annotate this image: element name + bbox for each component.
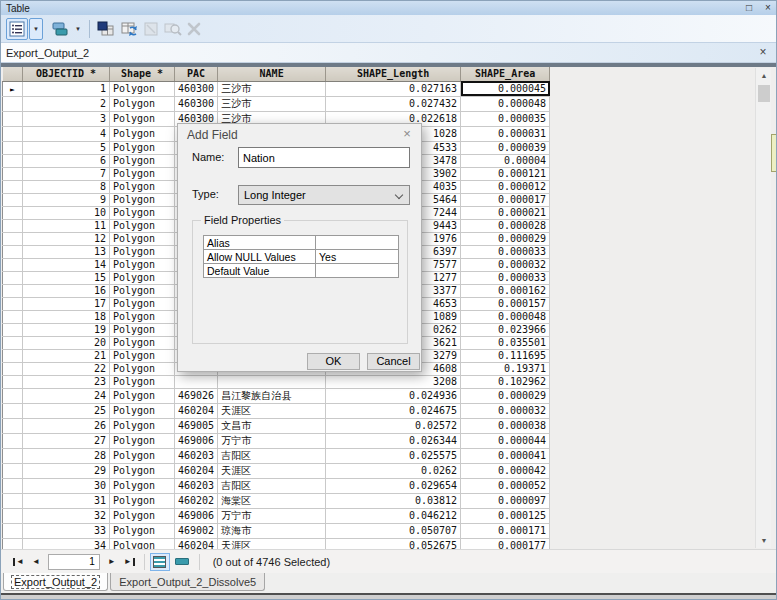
zoom-to-selected-icon[interactable] (162, 18, 184, 40)
cell-shape[interactable]: Polygon (110, 141, 175, 154)
cell-shape-area[interactable]: 0.000097 (461, 493, 550, 508)
current-record-input[interactable] (48, 554, 100, 570)
row-selector[interactable] (3, 258, 23, 271)
cell-shape[interactable]: Polygon (110, 508, 175, 523)
scrollbar-thumb[interactable] (758, 85, 770, 102)
clear-selection-icon[interactable] (141, 18, 161, 40)
cell-shape[interactable]: Polygon (110, 349, 175, 362)
cell-objectid[interactable]: 20 (23, 336, 110, 349)
related-tables-dropdown-icon[interactable]: ▼ (72, 26, 84, 32)
cell-shape[interactable]: Polygon (110, 448, 175, 463)
cell-name[interactable]: 天涯区 (218, 463, 326, 478)
cell-objectid[interactable]: 21 (23, 349, 110, 362)
row-selector[interactable] (3, 523, 23, 538)
row-selector[interactable] (3, 297, 23, 310)
cell-objectid[interactable]: 10 (23, 206, 110, 219)
row-selector[interactable] (3, 418, 23, 433)
cell-shape[interactable]: Polygon (110, 154, 175, 167)
cell-shape[interactable]: Polygon (110, 362, 175, 375)
row-selector[interactable] (3, 375, 23, 388)
cell-shape-area[interactable]: 0.000157 (461, 297, 550, 310)
cell-shape-length[interactable]: 0.03812 (326, 493, 461, 508)
cell-objectid[interactable]: 5 (23, 141, 110, 154)
cell-shape-area[interactable]: 0.000017 (461, 193, 550, 206)
cell-shape[interactable]: Polygon (110, 433, 175, 448)
maximize-icon[interactable]: □ (743, 2, 755, 14)
last-record-button[interactable]: ► (120, 557, 139, 566)
row-selector[interactable] (3, 478, 23, 493)
cell-shape-length[interactable]: 0.024675 (326, 403, 461, 418)
cell-objectid[interactable]: 6 (23, 154, 110, 167)
dialog-close-icon[interactable]: × (399, 127, 415, 141)
row-selector[interactable] (3, 154, 23, 167)
header-pac[interactable]: PAC (175, 67, 218, 81)
cell-pac[interactable]: 460203 (175, 478, 218, 493)
name-field[interactable] (238, 147, 410, 168)
cell-name[interactable]: 海棠区 (218, 493, 326, 508)
cell-shape-length[interactable]: 0.046212 (326, 508, 461, 523)
cell-shape-length[interactable]: 0.050707 (326, 523, 461, 538)
cell-shape-area[interactable]: 0.000048 (461, 310, 550, 323)
row-selector[interactable] (3, 362, 23, 375)
cell-objectid[interactable]: 9 (23, 193, 110, 206)
row-selector[interactable] (3, 284, 23, 297)
header-shape-length[interactable]: SHAPE_Length (326, 67, 461, 81)
cell-shape[interactable]: Polygon (110, 403, 175, 418)
property-value[interactable] (316, 236, 399, 250)
cell-shape-area[interactable]: 0.023966 (461, 323, 550, 336)
cell-shape-area[interactable]: 0.000028 (461, 219, 550, 232)
cell-name[interactable]: 天涯区 (218, 403, 326, 418)
cell-name[interactable]: 昌江黎族自治县 (218, 388, 326, 403)
cell-name[interactable] (218, 375, 326, 388)
cell-objectid[interactable]: 16 (23, 284, 110, 297)
header-selector[interactable] (3, 67, 23, 81)
cell-shape-length[interactable]: 0.0262 (326, 463, 461, 478)
cell-shape-area[interactable]: 0.000171 (461, 523, 550, 538)
row-selector[interactable] (3, 336, 23, 349)
cell-shape-length[interactable]: 0.029654 (326, 478, 461, 493)
cell-shape[interactable]: Polygon (110, 96, 175, 111)
cell-shape-length[interactable]: 0.02572 (326, 418, 461, 433)
row-selector[interactable] (3, 167, 23, 180)
cell-shape-area[interactable]: 0.000038 (461, 418, 550, 433)
table-options-icon[interactable] (6, 18, 28, 40)
select-by-attributes-icon[interactable] (95, 18, 117, 40)
vertical-scrollbar[interactable]: ▲ ▼ (755, 68, 771, 548)
cell-pac[interactable]: 460202 (175, 493, 218, 508)
cell-shape[interactable]: Polygon (110, 206, 175, 219)
cell-pac[interactable]: 460204 (175, 463, 218, 478)
cell-shape-area[interactable]: 0.000042 (461, 463, 550, 478)
cell-objectid[interactable]: 15 (23, 271, 110, 284)
row-selector[interactable] (3, 433, 23, 448)
cell-objectid[interactable]: 26 (23, 418, 110, 433)
delete-selected-icon[interactable] (185, 18, 203, 40)
row-selector[interactable] (3, 111, 23, 126)
row-selector[interactable] (3, 323, 23, 336)
row-selector[interactable] (3, 126, 23, 141)
table-close-icon[interactable]: × (756, 45, 770, 59)
cell-shape[interactable]: Polygon (110, 167, 175, 180)
cell-shape-area[interactable]: 0.000012 (461, 180, 550, 193)
cell-shape[interactable]: Polygon (110, 111, 175, 126)
row-selector[interactable] (3, 96, 23, 111)
cell-shape-area[interactable]: 0.000029 (461, 388, 550, 403)
tab-export-output-2-dissolve5[interactable]: Export_Output_2_Dissolve5 (110, 573, 265, 591)
cell-shape-area[interactable]: 0.000031 (461, 126, 550, 141)
cell-shape-area[interactable]: 0.000162 (461, 284, 550, 297)
cell-shape[interactable]: Polygon (110, 523, 175, 538)
cell-objectid[interactable]: 33 (23, 523, 110, 538)
cell-name[interactable]: 文昌市 (218, 418, 326, 433)
cell-shape-length[interactable]: 0.024936 (326, 388, 461, 403)
property-value[interactable] (316, 264, 399, 278)
cell-objectid[interactable]: 24 (23, 388, 110, 403)
cell-objectid[interactable]: 4 (23, 126, 110, 141)
cell-objectid[interactable]: 23 (23, 375, 110, 388)
next-record-button[interactable]: ► (104, 557, 120, 566)
cell-shape[interactable]: Polygon (110, 418, 175, 433)
property-value[interactable]: Yes (316, 250, 399, 264)
cell-name[interactable]: 万宁市 (218, 508, 326, 523)
cell-shape[interactable]: Polygon (110, 258, 175, 271)
cell-shape[interactable]: Polygon (110, 219, 175, 232)
cell-shape-area[interactable]: 0.000039 (461, 141, 550, 154)
row-selector[interactable] (3, 271, 23, 284)
